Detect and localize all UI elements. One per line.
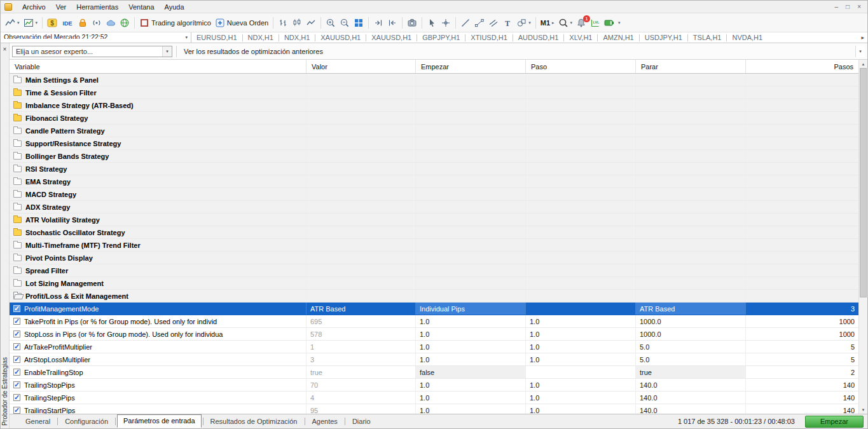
trendline-button[interactable] [472,15,486,31]
empezar-cell[interactable]: 1.0 [416,341,526,353]
column-header-paso[interactable]: Paso [526,60,636,73]
crosshair-button[interactable] [439,15,453,31]
empezar-cell[interactable]: 1.0 [416,328,526,340]
param-checkbox[interactable] [13,305,20,312]
param-checkbox[interactable] [13,318,20,325]
chart-tab-gbpjpy-h1-5[interactable]: GBPJPY,H1 [417,34,465,41]
tile-windows-button[interactable] [352,15,366,31]
shapes-button[interactable]: ▾ [514,15,533,31]
new-order-button[interactable]: Nueva Orden [213,15,270,31]
menu-ver[interactable]: Ver [51,1,72,13]
search-button[interactable]: ▾ [556,15,575,31]
menu-archivo[interactable]: Archivo [17,1,51,13]
chevron-down-icon[interactable]: ▾ [855,46,865,57]
group-row-main-settings-panel[interactable]: Main Settings & Panel [10,74,858,86]
algo-trading-button[interactable]: Trading algorítmico [137,15,213,31]
alerts-button[interactable]: 1 [574,15,588,31]
parar-cell[interactable]: true [636,366,746,378]
param-row-takeprofit-in-pips-or-for-group-mode-use[interactable]: TakeProfit in Pips (or % for Group mode)… [10,315,858,328]
chart-tabs-overflow-arrow[interactable]: ▸ [858,34,867,41]
group-row-macd-strategy[interactable]: MACD Strategy [10,188,858,201]
paso-cell[interactable]: 1.0 [526,392,636,404]
chart-tab-ndx-h1-1[interactable]: NDX,H1 [243,34,279,41]
valor-cell[interactable]: 578 [307,328,416,340]
param-checkbox[interactable] [13,369,20,376]
param-row-profitmanagementmode[interactable]: ProfitManagementMode ATR Based Individua… [10,303,858,315]
column-header-valor[interactable]: Valor [307,60,416,73]
cloud-button[interactable] [104,15,118,31]
param-checkbox[interactable] [13,343,20,350]
group-row-imbalance-strategy-atr-based[interactable]: Imbalance Strategy (ATR-Based) [10,99,858,112]
param-checkbox[interactable] [13,394,20,401]
chart-tab-nvda-h1-12[interactable]: NVDA,H1 [727,34,768,41]
auto-scroll-button[interactable] [385,15,399,31]
tester-tab-diario[interactable]: Diario [347,416,376,426]
ide-button[interactable]: IDE [59,15,76,31]
menu-ayuda[interactable]: Ayuda [160,1,189,13]
param-checkbox[interactable] [13,381,20,388]
paso-cell[interactable]: 1.0 [526,328,636,340]
candlestick-chart-button[interactable] [290,15,304,31]
paso-cell[interactable]: 1.0 [526,379,636,391]
tester-tab-resultados-de-optimizacion[interactable]: Resultados de Optimización [205,416,303,426]
param-row-trailingsteppips[interactable]: TrailingStepPips 4 1.0 1.0 140.0 140 [10,392,858,404]
valor-cell[interactable]: 695 [307,315,416,327]
paso-cell[interactable] [526,366,636,378]
close-button[interactable]: × [857,3,861,10]
market-watch-header[interactable]: Observación del Mercado 21:22:52 ▾ [1,32,191,43]
metaeditor-button[interactable] [76,15,90,31]
scroll-down-arrow-icon[interactable]: ▼ [859,405,867,414]
vertical-line-button[interactable] [458,15,472,31]
valor-cell[interactable]: 1 [307,341,416,353]
group-row-stochastic-oscillator-strategy[interactable]: Stochastic Oscillator Strategy [10,226,858,239]
group-row-time-session-filter[interactable]: Time & Session Filter [10,86,858,99]
group-row-adx-strategy[interactable]: ADX Strategy [10,201,858,214]
group-row-rsi-strategy[interactable]: RSI Strategy [10,163,858,175]
group-row-candle-pattern-strategy[interactable]: Candle Pattern Strategy [10,125,858,137]
parar-cell[interactable]: 140.0 [636,404,746,414]
paso-cell[interactable]: 1.0 [526,353,636,365]
column-header-pasos[interactable]: Pasos [746,60,858,73]
cursor-button[interactable] [425,15,439,31]
expert-advisor-select[interactable]: Elija un asesor experto... ▾ [12,46,172,57]
valor-cell[interactable]: true [307,366,416,378]
chart-tab-tsla-h1-11[interactable]: TSLA,H1 [688,34,727,41]
valor-cell[interactable]: 3 [307,353,416,365]
battery-indicator[interactable] [602,15,616,31]
column-header-empezar[interactable]: Empezar [416,60,526,73]
chart-tab-ndx-h1-2[interactable]: NDX,H1 [279,34,315,41]
param-row-atrtakeprofitmultiplier[interactable]: AtrTakeProfitMultiplier 1 1.0 1.0 5.0 5 [10,341,858,353]
valor-cell[interactable]: 95 [307,404,416,414]
minimize-button[interactable]: – [835,3,839,10]
group-row-lot-sizing-management[interactable]: Lot Sizing Management [10,277,858,290]
empezar-cell[interactable]: 1.0 [416,315,526,327]
line-chart-button[interactable] [304,15,318,31]
scrollbar-track[interactable] [859,68,867,405]
group-row-fibonacci-strategy[interactable]: Fibonacci Strategy [10,112,858,125]
community-button[interactable] [118,15,132,31]
signals-button[interactable] [90,15,104,31]
restore-button[interactable]: □ [846,3,850,10]
param-row-atrstoplossmultiplier[interactable]: AtrStopLossMultiplier 3 1.0 1.0 5.0 5 [10,353,858,366]
param-checkbox[interactable] [13,330,20,337]
parar-cell[interactable]: 140.0 [636,379,746,391]
chart-tab-xauusd-h1-3[interactable]: XAUUSD,H1 [315,34,366,41]
group-row-multi-timeframe-mtf-trend-filter[interactable]: Multi-Timeframe (MTF) Trend Filter [10,239,858,252]
parar-cell[interactable]: ATR Based [636,303,746,315]
param-row-stoploss-in-pips-or-for-group-mode-used-[interactable]: StopLoss in Pips (or % for Group mode). … [10,328,858,341]
param-row-trailingstoppips[interactable]: TrailingStopPips 70 1.0 1.0 140.0 140 [10,379,858,392]
group-row-atr-volatility-strategy[interactable]: ATR Volatility Strategy [10,214,858,226]
group-row-spread-filter[interactable]: Spread Filter [10,264,858,277]
scrollbar-thumb[interactable] [860,68,867,297]
chart-shift-button[interactable] [371,15,385,31]
tester-tab-agentes[interactable]: Agentes [307,416,343,426]
tester-tab-parametros-de-entrada[interactable]: Parámetros de entrada [117,414,202,428]
vertical-scrollbar[interactable]: ▲ ▼ [858,60,867,414]
valor-cell[interactable]: 4 [307,392,416,404]
group-row-support-resistance-strategy[interactable]: Support/Resistance Strategy [10,137,858,150]
deposit-button[interactable]: $ [45,15,59,31]
timeframe-button[interactable]: M1▸ [539,15,556,31]
empezar-cell[interactable]: Individual Pips [416,303,526,315]
paso-cell[interactable]: 1.0 [526,404,636,414]
chart-tab-amzn-h1-9[interactable]: AMZN,H1 [598,34,638,41]
